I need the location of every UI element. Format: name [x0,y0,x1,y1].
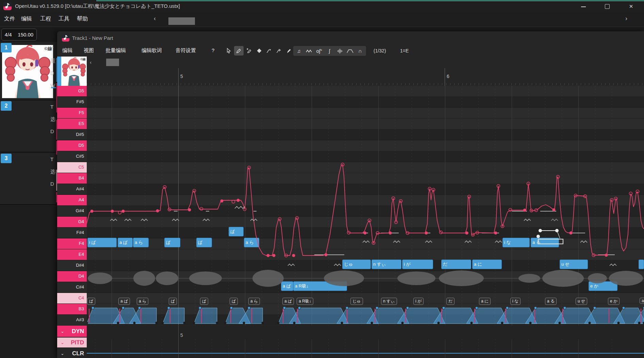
vibrato-toggle[interactable] [304,46,314,56]
pr-menu-2[interactable]: 视图 [84,47,94,54]
expression-header-pitd[interactable]: ⌄PITD [57,338,87,347]
phoneme-label[interactable]: じゅ [350,298,363,305]
piano-key-A#4[interactable]: A#4 [57,184,87,195]
marker-tool[interactable] [284,46,294,56]
piano-key-C#5[interactable]: C#5 [57,151,87,162]
piano-keys[interactable]: G5F#5F5E5D#5D5C#5C5B4A#4A4G#4G4F#4F4E4D#… [57,86,87,325]
portamento-toggle[interactable]: ʃ [325,46,334,56]
note[interactable]: a R吸↓ [293,281,347,291]
note[interactable] [639,260,644,269]
note[interactable]: ぱ [164,238,180,247]
phoneme-label[interactable]: ぱ [200,298,208,305]
collapse-chevron-icon[interactable]: ‹ [90,59,92,65]
expression-area[interactable]: 5 [87,326,644,358]
note[interactable]: a ら [133,238,149,247]
note[interactable]: a に [472,260,502,269]
main-menu-2[interactable]: 编辑 [21,15,32,22]
playback-position-box[interactable] [168,17,195,25]
curve-pencil-tool[interactable] [264,46,274,56]
piano-key-A#3[interactable]: A#3 [57,315,87,325]
pencil-plus-tool[interactable] [244,46,254,56]
snap-toggle[interactable]: ∩ [355,46,365,56]
piano-key-G4[interactable]: G4 [57,217,87,228]
pr-menu-4[interactable]: 编辑歌词 [142,47,162,54]
phoneme-label[interactable]: a [640,298,644,304]
piano-key-F#5[interactable]: F#5 [57,97,87,108]
main-menu-4[interactable]: 工具 [59,15,69,22]
note[interactable]: a ぱ [281,281,293,291]
note[interactable]: a る [531,238,559,247]
note[interactable]: i ぱ [87,238,117,247]
close-button[interactable]: ✕ [624,3,638,10]
phoneme-label[interactable]: a ら [137,298,148,305]
piano-key-D5[interactable]: D5 [57,140,87,151]
phoneme-label[interactable]: ぱ [87,298,95,305]
note[interactable]: じゅ [342,260,371,269]
note[interactable]: ぱ [196,238,212,247]
piano-key-A4[interactable]: A4 [57,195,87,206]
time-signature-tempo[interactable]: 4/4 150.00 [1,29,37,41]
main-menu-1[interactable]: 文件 [4,15,15,22]
piano-key-F#4[interactable]: F#4 [57,228,87,238]
note[interactable]: i な [502,238,530,247]
piano-key-C5[interactable]: C5 [57,162,87,173]
phoneme-label[interactable]: i が [413,298,424,305]
phoneme-label[interactable]: ぱ [230,298,238,305]
note[interactable]: だ [441,260,471,269]
note[interactable]: e か [589,281,617,291]
piano-key-G5[interactable]: G5 [57,86,87,97]
pr-menu-3[interactable]: 批量编辑 [105,47,126,54]
piano-key-B3[interactable]: B3 [57,304,87,315]
note[interactable]: u せ [560,260,588,269]
note[interactable]: n すぃ [371,260,401,269]
piano-key-C#4[interactable]: C#4 [57,282,87,293]
phoneme-label[interactable]: a ぱ [118,298,130,305]
piano-key-D#5[interactable]: D#5 [57,129,87,140]
phoneme-label[interactable]: a R吸↓ [297,298,313,305]
track-1[interactable]: ©線1T重DW [0,42,57,100]
curve-eraser-tool[interactable] [274,46,284,56]
piano-key-E4[interactable]: E4 [57,249,87,260]
pr-menu-1[interactable]: 编辑 [62,47,72,54]
minimize-button[interactable] [577,3,590,10]
phoneme-label[interactable]: a ら [248,298,260,305]
piano-roll-ruler[interactable]: 56 [87,57,644,86]
snap-resolution[interactable]: (1/32) [374,48,386,53]
piano-key-D#4[interactable]: D#4 [57,260,87,271]
phoneme-label[interactable]: a ぱ [282,298,294,305]
note[interactable]: a ぱ [118,238,133,247]
phoneme-label[interactable]: a る [545,298,557,305]
piano-key-F4[interactable]: F4 [57,238,87,249]
piano-key-C4[interactable]: C4 [57,293,87,304]
expression-header-dyn[interactable]: ⌄DYN [57,326,87,337]
notes-toggle[interactable]: ♫ [294,46,304,56]
pencil-tool[interactable] [234,46,244,56]
piano-key-D4[interactable]: D4 [57,271,87,282]
singer-avatar-thumbnail[interactable]: ©線 [61,57,87,86]
piano-roll-titlebar[interactable]: Track1 - New Part [57,31,644,45]
envelope-toggle[interactable] [345,46,355,56]
ornament-toggle[interactable]: oʃ° [314,46,324,56]
phoneme-label[interactable]: u せ [576,298,587,305]
waveform-toggle[interactable] [335,46,345,56]
chevron-down-icon[interactable]: ⌄ [61,329,64,333]
note-grid[interactable]: i ぱa ぱa らぱぱぱa らa ぱa R吸↓じゅn すぃi がだa にi なa… [87,86,644,325]
note[interactable]: a ら [244,238,259,247]
note[interactable]: i が [402,260,433,269]
piano-key-G#4[interactable]: G#4 [57,206,87,217]
phoneme-label[interactable]: i な [510,298,521,305]
position-indicator-box[interactable] [106,59,119,66]
phoneme-label[interactable]: a に [479,298,491,305]
note[interactable]: ぱ [229,227,244,236]
piano-key-E5[interactable]: E5 [57,119,87,129]
track-2[interactable]: 2T选D [0,100,57,152]
phoneme-label[interactable]: ぱ [169,298,177,305]
phoneme-label[interactable]: e か [608,298,620,305]
chevron-down-icon[interactable]: ⌄ [61,340,64,345]
pr-menu-6[interactable]: ? [212,47,214,53]
maximize-button[interactable] [600,3,614,10]
phoneme-label[interactable]: n すぃ [381,298,397,305]
nav-forward-icon[interactable]: › [625,15,627,22]
nav-back-icon[interactable]: ‹ [154,15,156,22]
piano-key-F5[interactable]: F5 [57,108,87,119]
